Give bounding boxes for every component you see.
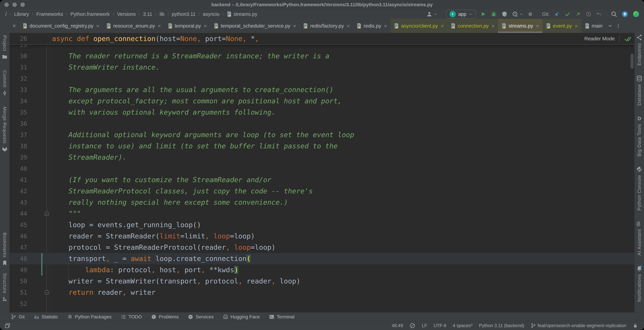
code-line-39[interactable]: 39 StreamReader). [10, 152, 634, 163]
tool-button-project[interactable]: Project [2, 35, 8, 60]
code-line-35[interactable]: 35 with various optional keyword argumen… [10, 107, 634, 118]
tab-temporal-scheduler-service-py[interactable]: temporal_scheduler_service.py× [210, 19, 300, 33]
tab-options-kebab-icon[interactable] [616, 23, 621, 28]
code-line-32[interactable]: 32 [10, 73, 634, 84]
tab-asyncio-client-py[interactable]: asyncio/client.py× [390, 19, 447, 33]
close-icon[interactable]: × [293, 23, 296, 29]
tab-resource-enum-py[interactable]: resource_enum.py× [103, 19, 164, 33]
code-line-34[interactable]: 34 except protocol_factory; most common … [10, 95, 634, 107]
tool-window-button-statistic[interactable]: Statistic [34, 314, 58, 320]
code-line-38[interactable]: 38 instance to use) and limit (to set th… [10, 140, 634, 152]
git-update-button[interactable] [554, 11, 560, 17]
code-line-52[interactable]: 52 [10, 298, 634, 309]
search-everywhere-button[interactable] [611, 11, 617, 17]
tool-window-switcher-icon[interactable] [4, 322, 10, 329]
code-line-42[interactable]: 42 StreamReaderProtocol classes, just co… [10, 186, 634, 197]
close-icon[interactable]: × [346, 23, 350, 29]
close-icon[interactable]: × [96, 23, 100, 29]
tool-button-ai-assistant[interactable]: @AI Assistant [636, 220, 642, 256]
code-line-37[interactable]: 37 Additional optional keyword arguments… [10, 129, 634, 140]
git-branch[interactable]: feat/opensearch-enable-segment-replicati… [531, 323, 626, 328]
close-icon[interactable]: × [536, 23, 539, 29]
breadcrumb-item[interactable]: python3.11 [170, 12, 197, 17]
breadcrumb-item[interactable]: Versions [116, 12, 137, 17]
code-line-47[interactable]: 47 protocol = StreamReaderProtocol(reade… [10, 242, 634, 253]
close-icon[interactable]: × [492, 23, 495, 29]
tab-streams-py[interactable]: streams.py× [498, 19, 542, 33]
tab-document-config-registry-py[interactable]: document_config_registry.py× [19, 19, 103, 33]
tool-window-button-terminal[interactable]: Terminal [269, 314, 294, 320]
breadcrumb-item[interactable]: streams.py [226, 11, 258, 17]
read-only-lock-icon[interactable] [632, 323, 638, 328]
close-icon[interactable]: × [204, 23, 207, 29]
code-line-41[interactable]: 41 (If you want to customize the StreamR… [10, 174, 634, 186]
code-line-45[interactable]: 45 loop = events.get_running_loop() [10, 219, 634, 231]
close-icon[interactable]: × [574, 23, 578, 29]
code-line-48[interactable]: 48 transport, _ = await loop.create_conn… [10, 253, 634, 264]
tool-button-endpoints[interactable]: Endpoints [636, 34, 642, 66]
tab-redis-factory-py[interactable]: redis/factory.py× [300, 19, 353, 33]
user-dropdown[interactable] [426, 11, 437, 17]
tool-window-button-python-packages[interactable]: Python Packages [67, 314, 112, 320]
caret-position[interactable]: 48:49 [392, 323, 403, 328]
tool-button-notifications[interactable]: Notifications [636, 265, 642, 302]
breadcrumb-item[interactable]: / [4, 12, 8, 17]
code-line-44[interactable]: 44 """ [10, 208, 634, 219]
code-line-51[interactable]: 51 return reader, writer [10, 287, 634, 298]
code-line-50[interactable]: 50 writer = StreamWriter(transport, prot… [10, 276, 634, 287]
tool-button-bookmarks[interactable]: Bookmarks [2, 233, 8, 266]
debug-button[interactable] [490, 11, 497, 17]
breadcrumb-item[interactable]: Library [13, 12, 30, 17]
code-line-31[interactable]: 31 StreamWriter instance. [10, 62, 634, 73]
tab-main[interactable]: main [581, 19, 606, 33]
indent-style[interactable]: 4 spaces* [453, 323, 472, 328]
close-icon[interactable]: × [440, 23, 444, 29]
line-separator[interactable]: LF [422, 323, 427, 328]
fold-marker-icon[interactable] [44, 211, 50, 217]
breadcrumb-item[interactable]: Python.framework [69, 12, 111, 17]
code-line-36[interactable]: 36 [10, 118, 634, 129]
tool-button-python-console[interactable]: Python Console [636, 166, 642, 211]
run-button[interactable] [480, 11, 486, 17]
tool-button-merge-requests[interactable]: Merge Requests [2, 107, 8, 152]
tool-window-button-services[interactable]: Services [188, 314, 214, 320]
inspections-ok-icon[interactable] [624, 35, 631, 42]
code-line-43[interactable]: 43 really nothing special here except so… [10, 197, 634, 208]
close-icon[interactable]: × [384, 23, 387, 29]
tool-button-structure[interactable]: Structure [2, 273, 8, 302]
code-line-49[interactable]: 49 lambda: protocol, host, port, **kwds) [10, 264, 634, 276]
file-encoding[interactable]: UTF-8 [434, 323, 446, 328]
git-push-button[interactable] [575, 11, 581, 17]
code-line-30[interactable]: 30 The reader returned is a StreamReader… [10, 50, 634, 62]
close-icon[interactable]: × [158, 23, 161, 29]
editor-pane[interactable]: 2930 The reader returned is a StreamRead… [10, 33, 634, 312]
tool-button-database[interactable]: Database [636, 75, 642, 105]
breadcrumb-item[interactable]: asyncio [202, 12, 221, 17]
stop-button[interactable] [528, 11, 533, 17]
tool-button-big-data-tools[interactable]: DBig Data Tools [636, 115, 642, 156]
breadcrumb-item[interactable]: lib [158, 12, 166, 17]
ide-update-button[interactable] [622, 11, 628, 18]
tool-window-button-todo[interactable]: TODO [120, 314, 142, 320]
tool-button-commit[interactable]: Commit [2, 70, 8, 96]
tool-window-button-git[interactable]: Git [11, 314, 25, 320]
vertical-scrollbar[interactable] [630, 54, 634, 69]
python-interpreter[interactable]: Python 3.11 (backend) [479, 323, 524, 328]
tab-event-py[interactable]: event.py× [542, 19, 581, 33]
run-with-coverage-button[interactable] [501, 11, 508, 17]
git-rollback-button[interactable] [596, 11, 602, 17]
tab-redis-py[interactable]: redis.py× [353, 19, 390, 33]
git-commit-button[interactable] [564, 11, 571, 17]
tab-temporal-py[interactable]: temporal.py× [164, 19, 210, 33]
fold-marker-icon[interactable] [44, 289, 50, 296]
tool-window-button-hugging-face[interactable]: Hugging Face [223, 314, 260, 320]
git-history-button[interactable] [586, 11, 592, 17]
profiler-button[interactable] [512, 11, 523, 17]
highlight-level-icon[interactable] [410, 322, 416, 329]
tab-connection-py[interactable]: connection.py× [447, 19, 498, 33]
code-line-33[interactable]: 33 The arguments are all the usual argum… [10, 84, 634, 95]
reader-mode-toggle[interactable]: Reader Mode [584, 36, 615, 42]
code-line-40[interactable]: 40 [10, 163, 634, 174]
breadcrumb-item[interactable]: 3.11 [142, 12, 154, 17]
code-line-46[interactable]: 46 reader = StreamReader(limit=limit, lo… [10, 231, 634, 242]
